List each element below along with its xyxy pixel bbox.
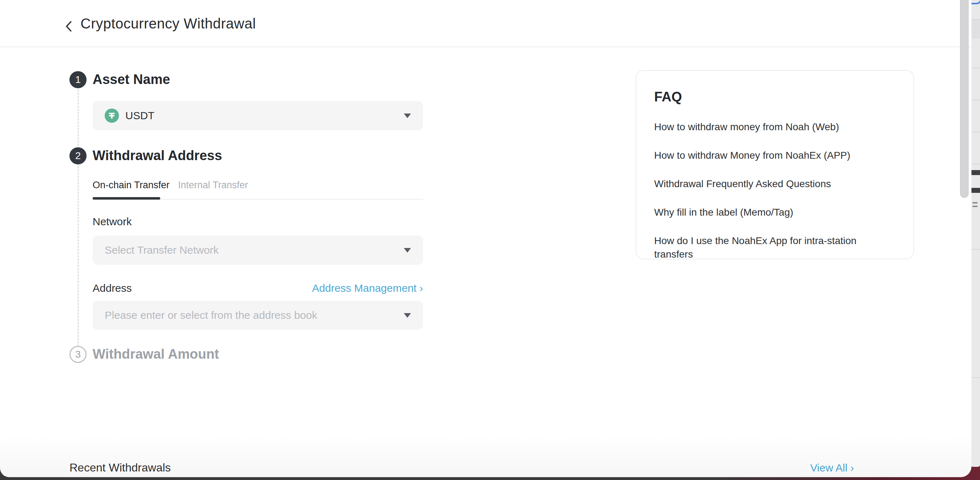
view-all-label: View All (810, 462, 848, 474)
view-all-link[interactable]: View All › (810, 462, 854, 474)
step-2-badge: 2 (70, 147, 86, 165)
chevron-left-icon (61, 19, 77, 34)
address-select-placeholder: Please enter or select from the address … (105, 309, 317, 321)
faq-item[interactable]: Why fill in the label (Memo/Tag) (654, 206, 896, 219)
strip-dark-bar (971, 170, 980, 175)
faq-title: FAQ (654, 89, 896, 105)
steps-connector-line (78, 90, 79, 347)
address-management-link[interactable]: Address Management › (92, 282, 423, 294)
strip-divider (971, 131, 980, 132)
step-1-badge: 1 (70, 71, 86, 88)
strip-divider (971, 100, 980, 100)
strip-divider (971, 377, 980, 378)
strip-text-smudge (972, 206, 977, 207)
address-select[interactable]: Please enter or select from the address … (92, 301, 423, 330)
faq-card: FAQ How to withdraw money from Noah (Web… (636, 70, 914, 260)
chevron-right-icon: › (850, 462, 854, 474)
asset-select[interactable]: USDT (92, 101, 423, 130)
step-3-title: Withdrawal Amount (92, 347, 219, 362)
background-window-strip (971, 0, 980, 467)
tab-on-chain-transfer[interactable]: On-chain Transfer (92, 180, 170, 191)
network-label: Network (92, 215, 132, 228)
faq-item[interactable]: How do I use the NoahEx App for intra-st… (654, 234, 896, 261)
strip-divider (971, 164, 980, 165)
faq-item[interactable]: How to withdraw Money from NoahEx (APP) (654, 149, 896, 162)
network-select[interactable]: Select Transfer Network (92, 236, 423, 265)
strip-band (971, 20, 980, 38)
chevron-right-icon: › (420, 282, 423, 294)
strip-text-smudge (972, 202, 977, 204)
strip-divider (971, 249, 980, 250)
faq-item[interactable]: Withdrawal Frequently Asked Questions (654, 177, 896, 191)
page-title: Cryptocurrency Withdrawal (81, 16, 256, 32)
page-header: Cryptocurrency Withdrawal (0, 0, 972, 48)
step-2-number: 2 (75, 150, 81, 162)
faq-item[interactable]: How to withdraw money from Noah (Web) (654, 120, 896, 134)
strip-dark-bar (971, 188, 980, 193)
recent-withdrawals-title: Recent Withdrawals (70, 461, 171, 474)
step-1-title: Asset Name (92, 72, 170, 87)
step-1-number: 1 (75, 74, 81, 86)
withdrawal-page: Cryptocurrency Withdrawal 1 Asset Name U… (0, 0, 972, 477)
chevron-down-icon (404, 248, 411, 253)
chevron-down-icon (404, 313, 411, 318)
tether-icon (105, 109, 119, 123)
scrollbar-thumb[interactable] (960, 0, 969, 198)
address-management-label: Address Management (312, 282, 417, 294)
network-select-placeholder: Select Transfer Network (105, 244, 219, 256)
strip-divider (971, 68, 980, 68)
chevron-down-icon (404, 114, 411, 118)
tab-internal-transfer[interactable]: Internal Transfer (178, 180, 248, 191)
asset-select-value: USDT (125, 109, 154, 122)
step-2-title: Withdrawal Address (92, 148, 222, 163)
back-button[interactable] (61, 19, 77, 34)
active-tab-underline (92, 197, 160, 200)
step-3-number: 3 (75, 349, 81, 360)
step-3-badge: 3 (70, 346, 86, 363)
